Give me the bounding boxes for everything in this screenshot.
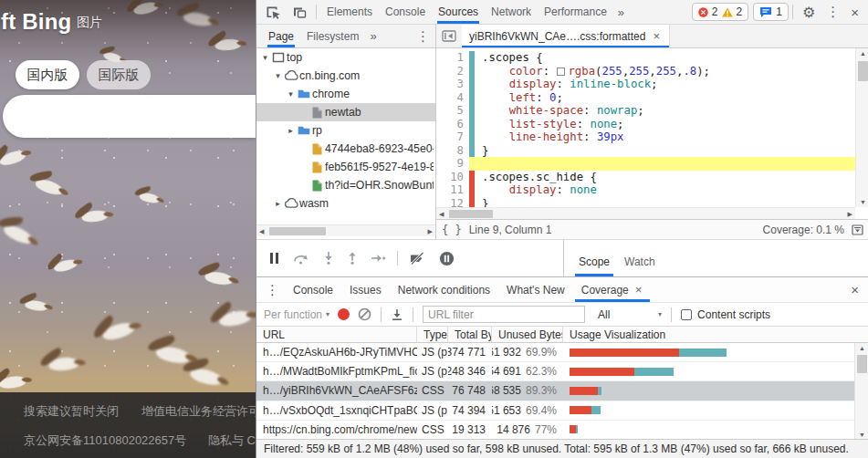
more-options-icon[interactable]: ⋮ (821, 4, 845, 20)
tab-elements[interactable]: Elements (320, 0, 379, 24)
export-download-icon[interactable] (391, 308, 403, 321)
dock-preview-icon[interactable] (852, 224, 863, 235)
issues-badge[interactable]: 2 2 (692, 3, 748, 21)
line-number[interactable]: 1 (436, 51, 464, 65)
close-tab-icon[interactable]: × (633, 283, 644, 297)
messages-badge[interactable]: 1 (753, 3, 789, 21)
clear-coverage-icon[interactable] (358, 307, 371, 321)
tree-item-cn-bing-com[interactable]: ▾cn.bing.com (256, 67, 435, 85)
line-number[interactable]: 5 (436, 104, 464, 118)
sidebar-tab-scope[interactable]: Scope (571, 255, 617, 276)
tree-item-wasm[interactable]: ▸wasm (256, 194, 435, 213)
footer-link-license[interactable]: 增值电信业务经营许可证 (141, 403, 256, 420)
more-navigator-tabs-icon[interactable]: » (365, 29, 381, 43)
tab-console[interactable]: Console (379, 0, 432, 24)
table-vscrollbar[interactable]: ▲ ▼ (854, 343, 868, 440)
more-tabs-icon[interactable]: » (613, 5, 629, 19)
deactivate-breakpoints-icon[interactable] (403, 252, 432, 265)
close-devtools-icon[interactable]: × (845, 5, 864, 20)
column-header-total-by-[interactable]: Total By… (448, 327, 492, 342)
tree-item-rp[interactable]: ▸rp (256, 121, 435, 140)
show-navigator-icon[interactable] (436, 30, 462, 42)
coverage-mode-select[interactable]: Per function ▾ (264, 308, 329, 321)
pretty-print-icon[interactable]: { } (442, 224, 462, 236)
line-number[interactable]: 4 (436, 91, 464, 105)
coverage-row[interactable]: https://cn.bing.com/chrome/newtab#CSS19 … (256, 421, 868, 440)
coverage-row[interactable]: h…/MWadtBoMIkFptmKPmL_ficgbdv8.br.jsJS (… (256, 362, 868, 381)
triangle-down-icon[interactable]: ▾ (273, 71, 283, 80)
step-into-icon[interactable] (318, 252, 340, 265)
record-coverage-button[interactable] (338, 308, 350, 320)
code-editor[interactable]: 1.scopes {2 color: rgba(255,255,255,.8);… (436, 48, 868, 239)
drawer-tab-coverage[interactable]: Coverage× (573, 277, 653, 302)
tree-item-feb561f5-9527-4e19-857b[interactable]: feb561f5-9527-4e19-857b (256, 158, 435, 176)
line-number[interactable]: 9 (436, 157, 464, 171)
step-out-icon[interactable] (341, 252, 363, 265)
scroll-left-icon[interactable]: ◀ (259, 228, 264, 235)
tree-item-4744eba8-6923-45e0-a30[interactable]: 4744eba8-6923-45e0-a30 (256, 140, 435, 158)
tab-filesystem[interactable]: Filesystem (300, 25, 365, 47)
step-icon[interactable] (365, 253, 392, 264)
scroll-down-icon[interactable]: ▼ (860, 199, 866, 205)
search-input[interactable] (3, 95, 256, 138)
drawer-menu-icon[interactable]: ⋮ (260, 282, 285, 298)
footer-link-beian[interactable]: 京公网安备11010802022657号 (24, 432, 186, 449)
coverage-row[interactable]: h…/EQzAskuAH6b-JRyTiMVHCIVSOg4.br.jsJS (… (256, 343, 868, 362)
editor-tab-css-formatted[interactable]: yiBRIh6VkWN_CAe….css:formatted × (462, 25, 670, 47)
device-toolbar-icon[interactable] (287, 5, 312, 18)
tree-item-top[interactable]: ▾top (256, 48, 435, 67)
step-over-icon[interactable] (288, 253, 316, 265)
line-number[interactable]: 11 (436, 183, 464, 197)
scroll-up-icon[interactable]: ▲ (859, 345, 865, 351)
scroll-up-icon[interactable]: ▲ (860, 50, 866, 57)
tree-item-th-id-ohr-snowbuntings[interactable]: th?id=OHR.SnowBuntings (256, 176, 435, 194)
pause-on-exceptions-icon[interactable] (434, 251, 460, 266)
line-number[interactable]: 12 (436, 197, 464, 208)
sidebar-tab-watch[interactable]: Watch (617, 255, 663, 276)
color-swatch[interactable] (557, 68, 565, 76)
column-header-type[interactable]: Type (417, 327, 448, 342)
triangle-right-icon[interactable]: ▸ (273, 199, 283, 208)
nav-images-link[interactable]: 图片 (77, 15, 102, 31)
editor-hscrollbar[interactable]: ◀ ▶ (436, 207, 855, 219)
footer-link-suggestions[interactable]: 搜索建议暂时关闭 (24, 403, 119, 420)
content-scripts-checkbox[interactable] (681, 309, 692, 320)
column-header-unused-bytes[interactable]: Unused Bytes (492, 327, 563, 342)
scroll-down-icon[interactable]: ▼ (859, 432, 865, 438)
navigator-hscrollbar[interactable]: ◀ ▶ (256, 224, 435, 236)
close-tab-icon[interactable]: × (651, 29, 662, 43)
tab-sources[interactable]: Sources (432, 0, 485, 24)
footer-link-privacy[interactable]: 隐私与 Cookie (208, 432, 256, 449)
triangle-right-icon[interactable]: ▸ (286, 126, 296, 135)
inspect-element-icon[interactable] (260, 5, 287, 19)
line-number[interactable]: 6 (436, 118, 464, 131)
tree-item-chrome[interactable]: ▾chrome (256, 85, 435, 103)
international-version-button[interactable]: 国际版 (87, 60, 151, 89)
column-header-usage-visualization[interactable]: Usage Visualization (563, 327, 854, 342)
drawer-tab-what-s-new[interactable]: What's New (498, 277, 573, 302)
scroll-right-icon[interactable]: ▶ (848, 211, 852, 218)
type-filter-select[interactable]: All ▾ (598, 308, 662, 321)
triangle-down-icon[interactable]: ▾ (286, 89, 296, 99)
coverage-row[interactable]: h…/yiBRIh6VkWN_CAeAFSF6z5ea9sl.br.cssCSS… (256, 381, 868, 401)
domestic-version-button[interactable]: 国内版 (16, 60, 79, 89)
coverage-row[interactable]: h…/vSxbOQdt_1sxnqiCHTpaBG4ZbW0.br.jsJS (… (256, 401, 868, 421)
editor-vscrollbar[interactable]: ▲ ▼ (855, 48, 868, 207)
triangle-down-icon[interactable]: ▾ (260, 53, 270, 62)
column-header-url[interactable]: URL (256, 327, 417, 342)
scroll-left-icon[interactable]: ◀ (439, 211, 444, 218)
url-filter-input[interactable] (423, 306, 585, 323)
line-number[interactable]: 3 (436, 78, 464, 91)
close-drawer-icon[interactable]: × (845, 282, 864, 297)
pause-script-icon[interactable] (264, 253, 286, 264)
line-number[interactable]: 10 (436, 171, 464, 184)
line-number[interactable]: 8 (436, 144, 464, 158)
scroll-right-icon[interactable]: ▶ (428, 228, 433, 235)
tab-network[interactable]: Network (485, 0, 538, 24)
navigator-more-icon[interactable]: ⋮ (411, 28, 435, 45)
tab-performance[interactable]: Performance (538, 0, 613, 24)
drawer-tab-console[interactable]: Console (285, 277, 341, 302)
tab-page[interactable]: Page (262, 25, 300, 47)
drawer-tab-issues[interactable]: Issues (341, 277, 390, 302)
line-number[interactable]: 7 (436, 130, 464, 144)
